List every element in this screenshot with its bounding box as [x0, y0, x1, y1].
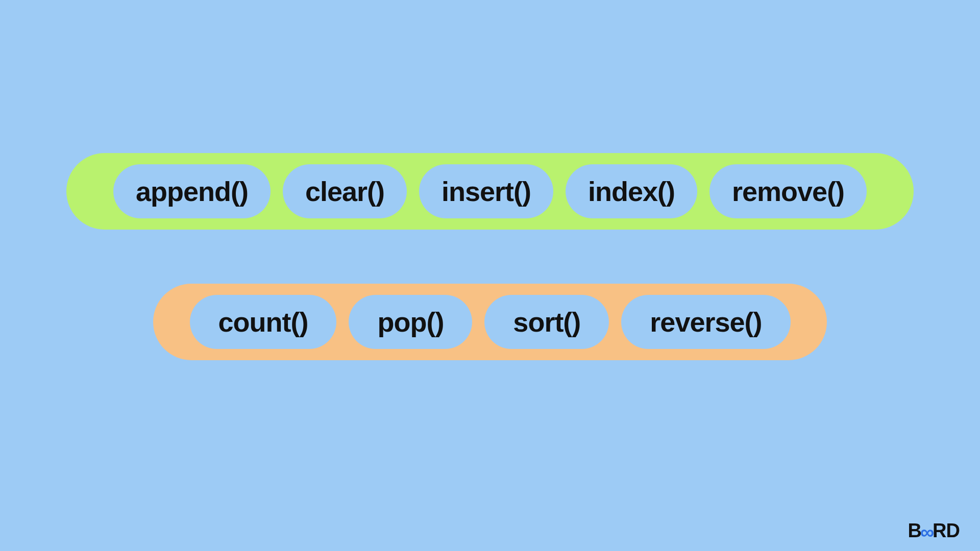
brand-logo: B ∞ RD [908, 520, 960, 542]
pill-remove: remove() [709, 164, 867, 218]
pill-label: reverse() [650, 306, 762, 338]
pill-reverse: reverse() [621, 295, 790, 349]
pill-pop: pop() [349, 295, 472, 349]
pill-label: index() [588, 176, 675, 207]
pill-label: insert() [442, 176, 531, 207]
pill-label: sort() [513, 306, 580, 338]
pill-sort: sort() [484, 295, 609, 349]
brand-part1: B [908, 520, 921, 542]
brand-part2: RD [933, 520, 960, 542]
pill-label: count() [218, 306, 308, 338]
pill-label: append() [136, 176, 248, 207]
pill-clear: clear() [283, 164, 407, 218]
pill-label: remove() [732, 176, 844, 207]
stage: append() clear() insert() index() remove… [0, 0, 980, 551]
pill-index: index() [566, 164, 697, 218]
pill-label: clear() [305, 176, 384, 207]
method-group-green: append() clear() insert() index() remove… [66, 153, 914, 230]
pill-insert: insert() [419, 164, 553, 218]
brand-infinity-icon: ∞ [920, 522, 934, 542]
method-group-orange: count() pop() sort() reverse() [153, 284, 827, 360]
pill-append: append() [113, 164, 271, 218]
pill-count: count() [190, 295, 337, 349]
pill-label: pop() [377, 306, 444, 338]
